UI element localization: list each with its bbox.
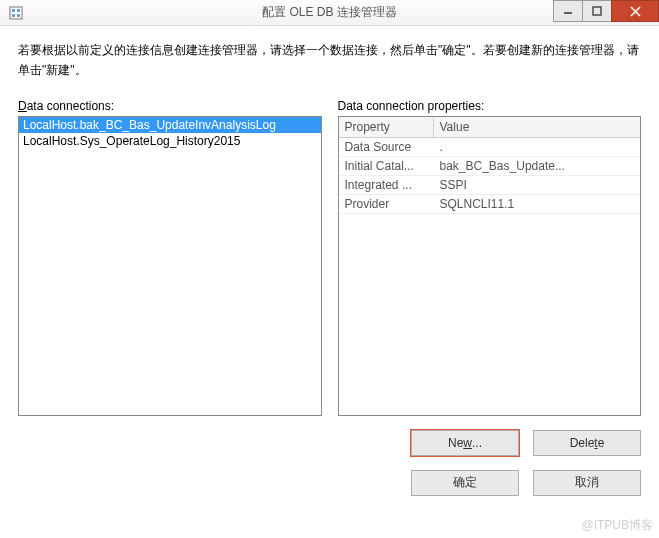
app-icon [8,5,24,21]
property-row[interactable]: Provider SQLNCLI11.1 [339,195,641,214]
svg-rect-6 [593,7,601,15]
ok-button[interactable]: 确定 [411,470,519,496]
property-row[interactable]: Integrated ... SSPI [339,176,641,195]
watermark: @ITPUB博客 [581,517,653,534]
property-row[interactable]: Initial Catal... bak_BC_Bas_Update... [339,157,641,176]
svg-rect-2 [17,9,20,12]
properties-grid[interactable]: Property Value Data Source . Initial Cat… [338,116,642,416]
svg-rect-4 [17,14,20,17]
list-item[interactable]: LocalHost.bak_BC_Bas_UpdateInvAnalysisLo… [19,117,321,133]
instructions-text: 若要根据以前定义的连接信息创建连接管理器，请选择一个数据连接，然后单击"确定"。… [18,40,641,81]
properties-header-property: Property [339,117,434,137]
data-connection-properties-label: Data connection properties: [338,99,642,113]
new-button[interactable]: New... [411,430,519,456]
close-button[interactable] [611,0,659,22]
title-bar: 配置 OLE DB 连接管理器 [0,0,659,26]
delete-button[interactable]: Delete [533,430,641,456]
properties-header-value: Value [434,117,641,137]
cancel-button[interactable]: 取消 [533,470,641,496]
svg-rect-3 [12,14,15,17]
minimize-button[interactable] [553,0,583,22]
svg-rect-1 [12,9,15,12]
property-row[interactable]: Data Source . [339,138,641,157]
data-connections-list[interactable]: LocalHost.bak_BC_Bas_UpdateInvAnalysisLo… [18,116,322,416]
data-connections-label: Data connections: [18,99,322,113]
list-item[interactable]: LocalHost.Sys_OperateLog_History2015 [19,133,321,149]
window-title: 配置 OLE DB 连接管理器 [262,4,397,21]
svg-rect-0 [10,7,22,19]
maximize-button[interactable] [582,0,612,22]
properties-header: Property Value [339,117,641,138]
